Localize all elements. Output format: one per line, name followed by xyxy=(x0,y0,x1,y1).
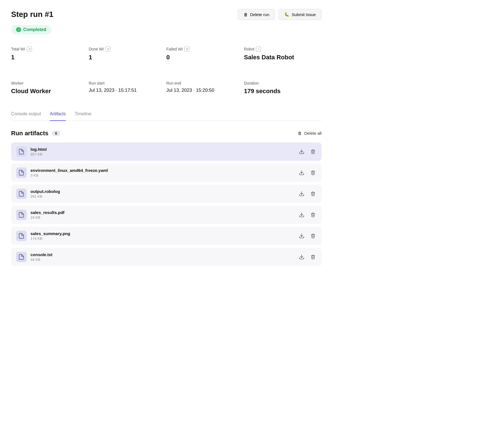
tabs-nav: Console output Artifacts Timeline xyxy=(11,111,322,121)
file-size: 291 KB xyxy=(30,194,60,198)
file-actions xyxy=(298,232,317,240)
robot-link-icon[interactable]: › xyxy=(256,47,261,52)
file-item: log.html 957 KB xyxy=(11,142,322,161)
tab-artifacts[interactable]: Artifacts xyxy=(50,111,66,121)
tab-timeline[interactable]: Timeline xyxy=(75,111,91,121)
file-actions xyxy=(298,211,317,219)
total-wi-value: 1 xyxy=(11,54,89,61)
file-item: environment_linux_amd64_freeze.yaml 3 KB xyxy=(11,164,322,182)
file-type-icon xyxy=(16,252,27,262)
file-item: console.txt 44 KB xyxy=(11,248,322,266)
stat-worker: Worker Cloud Worker xyxy=(11,78,89,101)
delete-file-button[interactable] xyxy=(309,253,317,261)
file-actions xyxy=(298,148,317,156)
file-list: log.html 957 KB xyxy=(11,142,322,266)
stat-run-end: Run end Jul 13, 2023 · 15:20:50 xyxy=(166,78,244,101)
bug-icon: 🐛 xyxy=(284,12,289,17)
file-type-icon xyxy=(16,231,27,241)
delete-file-button[interactable] xyxy=(309,232,317,240)
delete-all-button[interactable]: 🗑 Delete all xyxy=(298,131,322,136)
stat-failed-wi: Failed WI ↗ 0 xyxy=(166,43,244,68)
stats-row-1: Total WI ↗ 1 Done WI ↗ 1 Failed WI ↗ 0 R… xyxy=(11,43,322,68)
file-size: 24 KB xyxy=(30,215,65,220)
file-actions xyxy=(298,190,317,198)
done-wi-link-icon[interactable]: ↗ xyxy=(105,47,110,52)
done-wi-value: 1 xyxy=(89,54,166,61)
artifacts-title: Run artifacts 6 xyxy=(11,130,60,137)
page-header: Step run #1 🗑 Delete run 🐛 Submit Issue xyxy=(11,9,322,20)
artifacts-header: Run artifacts 6 🗑 Delete all xyxy=(11,130,322,137)
file-name: log.html xyxy=(30,147,47,152)
file-name: sales_summary.png xyxy=(30,231,70,236)
delete-file-button[interactable] xyxy=(309,211,317,219)
file-info: output.robolog 291 KB xyxy=(16,188,60,199)
stat-done-wi: Done WI ↗ 1 xyxy=(89,43,166,68)
stat-run-start: Run start Jul 13, 2023 · 15:17:51 xyxy=(89,78,166,101)
download-file-button[interactable] xyxy=(298,211,306,219)
run-start-value: Jul 13, 2023 · 15:17:51 xyxy=(89,88,166,93)
file-info: log.html 957 KB xyxy=(16,146,47,157)
file-info: console.txt 44 KB xyxy=(16,252,52,262)
delete-run-button[interactable]: 🗑 Delete run xyxy=(238,9,275,20)
run-end-value: Jul 13, 2023 · 15:20:50 xyxy=(166,88,244,93)
header-actions: 🗑 Delete run 🐛 Submit Issue xyxy=(238,9,322,20)
file-info: environment_linux_amd64_freeze.yaml 3 KB xyxy=(16,167,108,178)
file-type-icon xyxy=(16,146,27,157)
download-file-button[interactable] xyxy=(298,253,306,261)
file-item: sales_results.pdf 24 KB xyxy=(11,206,322,224)
file-type-icon xyxy=(16,188,27,199)
stat-total-wi: Total WI ↗ 1 xyxy=(11,43,89,68)
status-badge: ✓ Completed xyxy=(11,25,51,34)
file-info: sales_results.pdf 24 KB xyxy=(16,210,65,220)
duration-value: 179 seconds xyxy=(244,88,322,95)
file-info: sales_summary.png 174 KB xyxy=(16,231,70,241)
delete-file-button[interactable] xyxy=(309,148,317,156)
file-name: output.robolog xyxy=(30,189,60,194)
file-size: 174 KB xyxy=(30,236,70,241)
submit-issue-button[interactable]: 🐛 Submit Issue xyxy=(278,9,322,20)
download-file-button[interactable] xyxy=(298,232,306,240)
stat-robot: Robot › Sales Data Robot xyxy=(244,43,322,68)
worker-value: Cloud Worker xyxy=(11,88,89,95)
trash-icon: 🗑 xyxy=(244,12,248,17)
status-dot-icon: ✓ xyxy=(16,27,21,32)
robot-value: Sales Data Robot xyxy=(244,54,322,61)
file-item: output.robolog 291 KB xyxy=(11,185,322,203)
stat-duration: Duration 179 seconds xyxy=(244,78,322,101)
file-actions xyxy=(298,253,317,261)
page-title: Step run #1 xyxy=(11,10,53,19)
failed-wi-value: 0 xyxy=(166,54,244,61)
artifacts-count-badge: 6 xyxy=(52,131,60,136)
file-item: sales_summary.png 174 KB xyxy=(11,227,322,245)
file-size: 957 KB xyxy=(30,152,47,156)
file-name: console.txt xyxy=(30,252,52,257)
delete-file-button[interactable] xyxy=(309,169,317,177)
file-name: environment_linux_amd64_freeze.yaml xyxy=(30,168,108,173)
file-size: 44 KB xyxy=(30,258,52,262)
tab-console-output[interactable]: Console output xyxy=(11,111,41,121)
file-name: sales_results.pdf xyxy=(30,210,65,215)
stats-row-2: Worker Cloud Worker Run start Jul 13, 20… xyxy=(11,78,322,101)
total-wi-link-icon[interactable]: ↗ xyxy=(27,47,32,52)
download-file-button[interactable] xyxy=(298,169,306,177)
delete-all-icon: 🗑 xyxy=(298,131,302,136)
download-file-button[interactable] xyxy=(298,148,306,156)
failed-wi-link-icon[interactable]: ↗ xyxy=(184,47,189,52)
file-type-icon xyxy=(16,210,27,220)
delete-file-button[interactable] xyxy=(309,190,317,198)
file-actions xyxy=(298,169,317,177)
file-type-icon xyxy=(16,167,27,178)
file-size: 3 KB xyxy=(30,173,108,177)
download-file-button[interactable] xyxy=(298,190,306,198)
